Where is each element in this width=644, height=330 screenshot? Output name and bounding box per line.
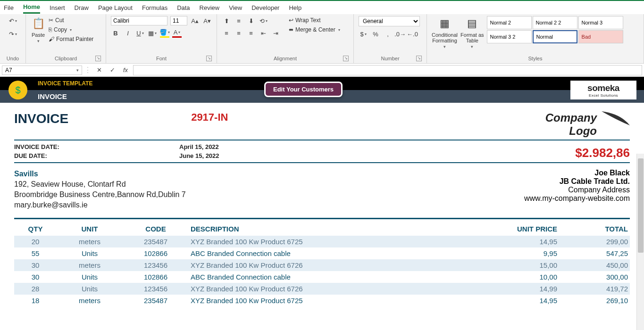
invoice-date-value: April 15, 2022 <box>179 143 219 150</box>
undo-button[interactable]: ↶ <box>8 16 17 25</box>
wrap-text-button[interactable]: ↩Wrap Text <box>289 16 340 25</box>
invoice-date-label: INVOICE DATE: <box>14 143 179 150</box>
cell-styles-gallery[interactable]: Normal 2Normal 2 2Normal 3Normal 3 2Norm… <box>487 16 623 43</box>
align-center-icon[interactable]: ≡ <box>234 28 243 38</box>
name-box[interactable]: A7▾ <box>2 66 82 75</box>
style-cell-bad[interactable]: Bad <box>578 30 623 43</box>
group-clipboard: 📋 Paste ▾ ✂Cut ⎘Copy 🖌Format Painter Cli… <box>26 14 106 63</box>
menu-tab-file[interactable]: File <box>4 2 14 13</box>
bill-to: Joe Black JB Cable Trade Ltd. Company Ad… <box>524 169 630 210</box>
th-price: UNIT PRICE <box>488 222 559 236</box>
edit-customers-button[interactable]: Edit Your Customers <box>264 82 343 97</box>
align-top-icon[interactable]: ⬆ <box>222 16 231 25</box>
style-cell-normal-3-2[interactable]: Normal 3 2 <box>487 30 532 43</box>
increase-decimal-icon[interactable]: .0→ <box>395 29 405 39</box>
table-row[interactable]: 30meters123456XYZ Branded 100 Kw Product… <box>14 259 630 271</box>
border-button[interactable]: ▦ <box>148 28 157 38</box>
group-label-font: Font↘ <box>111 55 212 62</box>
font-color-button[interactable]: A <box>172 28 182 38</box>
due-date-value: June 15, 2022 <box>179 152 219 159</box>
group-label-alignment: Alignment↘ <box>222 55 349 62</box>
table-row[interactable]: 20meters235487XYZ Branded 100 Kw Product… <box>14 236 630 248</box>
comma-format-icon[interactable]: , <box>383 29 393 39</box>
menu-tab-developer[interactable]: Developer <box>251 2 279 13</box>
th-qty: QTY <box>14 222 57 236</box>
alignment-dialog-launcher[interactable]: ↘ <box>343 56 349 61</box>
fill-color-button[interactable]: 🪣 <box>160 28 169 38</box>
bill-from: Savills 192, Seaview House, Clontarf Rd … <box>14 169 186 210</box>
cancel-formula-icon[interactable]: ✕ <box>94 66 104 75</box>
merge-center-button[interactable]: ⬌Merge & Center <box>289 25 340 34</box>
italic-button[interactable]: I <box>123 28 133 38</box>
style-cell-normal-2[interactable]: Normal 2 <box>487 16 532 29</box>
due-date-label: DUE DATE: <box>14 152 179 159</box>
accounting-format-icon[interactable]: $ <box>359 29 368 39</box>
group-label-clipboard: Clipboard↘ <box>31 55 101 62</box>
formula-bar: A7▾ ⋮ ✕ ✓ fx <box>0 64 644 77</box>
table-row[interactable]: 28Units123456XYZ Branded 100 Kw Product … <box>14 283 630 295</box>
scissors-icon: ✂ <box>49 17 53 24</box>
style-cell-normal[interactable]: Normal <box>533 30 577 43</box>
menu-tab-review[interactable]: Review <box>200 2 220 13</box>
indent-increase-icon[interactable]: ⇥ <box>271 28 280 38</box>
menu-tab-page-layout[interactable]: Page Layout <box>98 2 133 13</box>
redo-button[interactable]: ↷ <box>8 29 17 39</box>
invoice-number: 2917-IN <box>191 111 228 126</box>
align-bottom-icon[interactable]: ⬇ <box>246 16 256 25</box>
bold-button[interactable]: B <box>111 28 120 38</box>
table-row[interactable]: 55Units102866ABC Branded Connection cabl… <box>14 248 630 259</box>
conditional-formatting-button[interactable]: ▦ Conditional Formatting▾ <box>432 16 458 49</box>
underline-button[interactable]: U <box>135 28 145 38</box>
font-size-input[interactable] <box>170 16 187 25</box>
menu-tab-data[interactable]: Data <box>177 2 190 13</box>
style-cell-normal-2-2[interactable]: Normal 2 2 <box>533 16 577 29</box>
from-addr2: Broombridge Business Centre,Bannow Rd,Du… <box>14 190 186 200</box>
cond-format-icon: ▦ <box>437 16 452 31</box>
font-dialog-launcher[interactable]: ↘ <box>206 56 212 61</box>
worksheet[interactable]: INVOICE TEMPLATE INVOICE $ Edit Your Cus… <box>0 77 644 330</box>
menu-tab-home[interactable]: Home <box>23 1 40 14</box>
menubar: FileHomeInsertDrawPage LayoutFormulasDat… <box>0 0 644 14</box>
paste-button[interactable]: 📋 Paste ▾ <box>31 16 46 43</box>
fx-icon[interactable]: fx <box>121 66 130 75</box>
formula-input[interactable] <box>133 65 642 75</box>
menu-tab-formulas[interactable]: Formulas <box>142 2 167 13</box>
invoice-document: INVOICE 2917-IN Company Logo INVOICE DAT… <box>0 103 644 306</box>
format-painter-button[interactable]: 🖌Format Painter <box>49 35 93 43</box>
orientation-icon[interactable]: ⟲ <box>259 16 268 25</box>
template-logo-icon: $ <box>8 81 27 99</box>
font-name-input[interactable] <box>111 16 167 25</box>
percent-format-icon[interactable]: % <box>371 29 380 39</box>
wrap-icon: ↩ <box>289 17 293 24</box>
table-row[interactable]: 18meters235487XYZ Branded 100 Kw Product… <box>14 295 630 306</box>
scrollbar-thumb[interactable] <box>638 158 644 253</box>
increase-font-icon[interactable]: A▴ <box>190 16 200 25</box>
menu-tab-insert[interactable]: Insert <box>50 2 65 13</box>
decrease-font-icon[interactable]: A▾ <box>202 16 212 25</box>
align-middle-icon[interactable]: ≡ <box>234 16 243 25</box>
format-as-table-button[interactable]: ▤ Format as Table▾ <box>460 16 484 49</box>
number-dialog-launcher[interactable]: ↘ <box>416 56 422 61</box>
table-format-icon: ▤ <box>465 16 480 31</box>
number-format-select[interactable]: General <box>359 16 420 26</box>
clipboard-dialog-launcher[interactable]: ↘ <box>95 56 101 61</box>
enter-formula-icon[interactable]: ✓ <box>108 66 117 75</box>
from-email: mary.burke@savills.ie <box>14 200 186 210</box>
cut-button[interactable]: ✂Cut <box>49 16 93 25</box>
menu-tab-help[interactable]: Help <box>289 2 301 13</box>
align-left-icon[interactable]: ≡ <box>222 28 231 38</box>
indent-decrease-icon[interactable]: ⇤ <box>259 28 268 38</box>
align-right-icon[interactable]: ≡ <box>246 28 256 38</box>
template-supertitle: INVOICE TEMPLATE <box>38 80 92 87</box>
copy-button[interactable]: ⎘Copy <box>49 25 93 34</box>
menu-tab-view[interactable]: View <box>229 2 242 13</box>
table-row[interactable]: 30Units102866ABC Branded Connection cabl… <box>14 271 630 283</box>
vertical-scrollbar[interactable] <box>636 154 644 330</box>
menu-tab-draw[interactable]: Draw <box>75 2 89 13</box>
brush-icon: 🖌 <box>49 36 54 42</box>
th-total: TOTAL <box>559 222 630 236</box>
line-items-table: QTY UNIT CODE DESCRIPTION UNIT PRICE TOT… <box>14 222 630 306</box>
style-cell-normal-3[interactable]: Normal 3 <box>578 16 623 29</box>
decrease-decimal-icon[interactable]: ←.0 <box>408 29 417 39</box>
someka-logo: someka Excel Solutions <box>570 81 636 99</box>
